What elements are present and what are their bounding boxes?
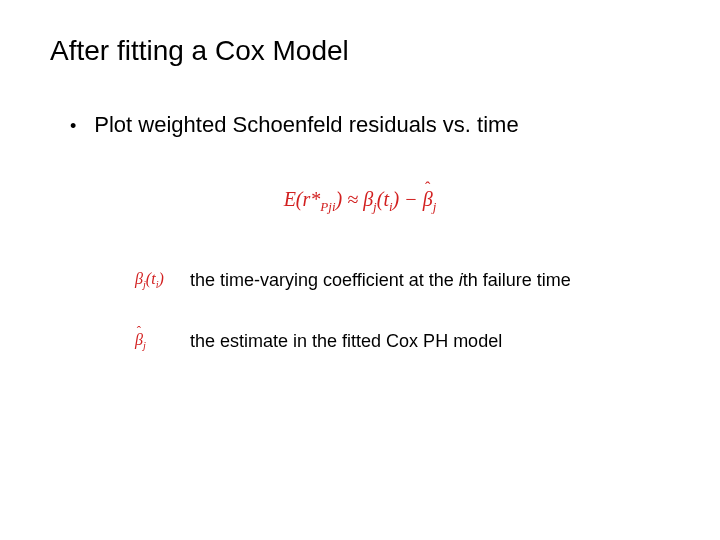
bullet-item: • Plot weighted Schoenfeld residuals vs.… [70,112,670,138]
definition-timevarying: βj(ti) the time-varying coefficient at t… [135,270,670,291]
bullet-text: Plot weighted Schoenfeld residuals vs. t… [94,112,518,138]
def-timevar-suffix: th failure time [463,270,571,290]
symbol-beta-hat-j: ˆβj [135,331,190,351]
definition-estimate: ˆβj the estimate in the fitted Cox PH mo… [135,331,670,352]
slide-title: After fitting a Cox Model [50,35,670,67]
def-timevar-prefix: the time-varying coefficient at the [190,270,459,290]
equation-block: E(r*Pji) ≈ βj(ti) − ˆβj [50,188,670,215]
equation-formula: E(r*Pji) ≈ βj(ti) − ˆβj [284,188,437,215]
definition-text-estimate: the estimate in the fitted Cox PH model [190,331,502,352]
slide-body: After fitting a Cox Model • Plot weighte… [0,0,720,352]
definitions-block: βj(ti) the time-varying coefficient at t… [135,270,670,352]
definition-text-timevarying: the time-varying coefficient at the ith … [190,270,571,291]
symbol-beta-j-ti: βj(ti) [135,270,190,290]
bullet-marker: • [70,117,76,135]
